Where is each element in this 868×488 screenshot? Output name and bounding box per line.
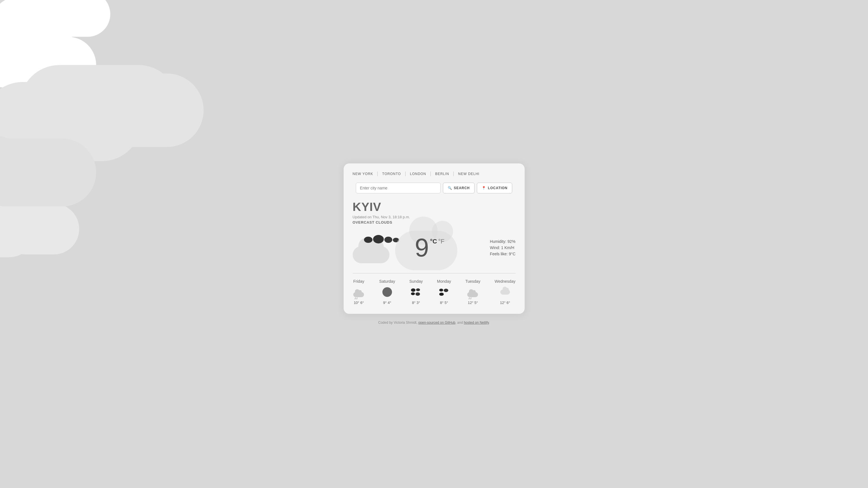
- search-icon: 🔍: [448, 186, 452, 190]
- netlify-link[interactable]: hosted on Netlify: [464, 321, 489, 325]
- forecast-sunday: Sunday 8° 3°: [409, 279, 423, 305]
- fahrenheit-unit[interactable]: °F: [438, 238, 444, 245]
- tab-new-york[interactable]: NEW YORK: [353, 170, 378, 177]
- search-input[interactable]: [356, 183, 441, 193]
- footer-text-middle: , and: [455, 321, 464, 325]
- celsius-unit[interactable]: °C: [430, 238, 437, 245]
- tab-berlin[interactable]: BERLIN: [431, 170, 454, 177]
- dark-blobs-sm-icon: [439, 289, 449, 296]
- city-name: KYIV: [353, 200, 516, 214]
- humidity-stat: Humidity: 92%: [490, 239, 515, 244]
- temperature-units: °C °F: [430, 238, 444, 245]
- tab-new-delhi[interactable]: NEW DELHI: [454, 170, 484, 177]
- forecast-monday: Monday 8° 5°: [437, 279, 451, 305]
- temps-tuesday: 12° 5°: [468, 300, 478, 305]
- weather-stats: Humidity: 92% Wind: 1 Km/H Feels like: 9…: [490, 239, 515, 256]
- location-icon: 📍: [482, 186, 486, 190]
- icon-monday: [438, 286, 450, 298]
- cloud-bottom-center: [0, 147, 57, 203]
- feels-like-stat: Feels like: 9°C: [490, 252, 515, 256]
- tab-london[interactable]: LONDON: [406, 170, 431, 177]
- day-wednesday: Wednesday: [495, 279, 516, 284]
- divider: [353, 273, 516, 273]
- cloud-base-large: [353, 246, 390, 263]
- day-monday: Monday: [437, 279, 451, 284]
- location-button[interactable]: 📍 LOCATION: [477, 183, 512, 193]
- footer: Coded by Victoria Shmidt, open-sourced o…: [378, 321, 490, 325]
- city-tabs: NEW YORK TORONTO LONDON BERLIN NEW DELHI: [353, 170, 516, 177]
- icon-saturday: [381, 286, 394, 298]
- icon-wednesday: [499, 286, 512, 298]
- day-saturday: Saturday: [379, 279, 395, 284]
- weather-card: NEW YORK TORONTO LONDON BERLIN NEW DELHI…: [344, 163, 525, 314]
- day-tuesday: Tuesday: [465, 279, 480, 284]
- forecast-wednesday: Wednesday 12° 6°: [495, 279, 516, 305]
- day-friday: Friday: [353, 279, 364, 284]
- forecast-saturday: Saturday 9° 4°: [379, 279, 395, 305]
- cloud-bottom-right: [0, 203, 79, 255]
- forecast-tuesday: Tuesday 12° 5°: [465, 279, 480, 305]
- forecast-row: Friday 10° 6° Saturday 9° 4: [353, 279, 516, 305]
- search-button[interactable]: 🔍 SEARCH: [443, 183, 474, 193]
- location-button-label: LOCATION: [488, 186, 507, 190]
- temps-friday: 10° 6°: [354, 300, 364, 305]
- temperature-value: 9: [415, 235, 429, 260]
- search-row: 🔍 SEARCH 📍 LOCATION: [353, 183, 516, 193]
- updated-text: Updated on Thu, Nov 3, 18:18 p.m.: [353, 215, 516, 219]
- cloud-top-right: [0, 40, 85, 85]
- wind-stat: Wind: 1 Km/H: [490, 246, 515, 250]
- search-button-label: SEARCH: [454, 186, 470, 190]
- icon-tuesday: [467, 286, 479, 298]
- white-cloud-icon: [500, 290, 510, 295]
- footer-text-after: .: [489, 321, 490, 325]
- icon-sunday: [410, 286, 422, 298]
- cloud-top-left: [0, 0, 73, 40]
- forecast-friday: Friday 10° 6°: [353, 279, 365, 305]
- dark-clouds-overlay: [364, 235, 399, 243]
- dark-blobs-icon: [411, 288, 421, 296]
- icon-friday: [353, 286, 365, 298]
- temps-saturday: 9° 4°: [383, 300, 392, 305]
- footer-text-before: Coded by Victoria Shmidt,: [378, 321, 418, 325]
- cloud-bottom-left: [0, 85, 142, 147]
- temperature-display: 9 °C °F: [415, 235, 444, 260]
- temps-sunday: 8° 3°: [412, 300, 420, 305]
- dark-circle-icon: [382, 287, 392, 297]
- github-link[interactable]: open-sourced on GitHub: [418, 321, 455, 325]
- temps-monday: 8° 5°: [440, 300, 448, 305]
- weather-main: 9 °C °F Humidity: 92% Wind: 1 Km/H Feels…: [353, 228, 516, 267]
- day-sunday: Sunday: [409, 279, 423, 284]
- tab-toronto[interactable]: TORONTO: [378, 170, 405, 177]
- temps-wednesday: 12° 6°: [500, 300, 510, 305]
